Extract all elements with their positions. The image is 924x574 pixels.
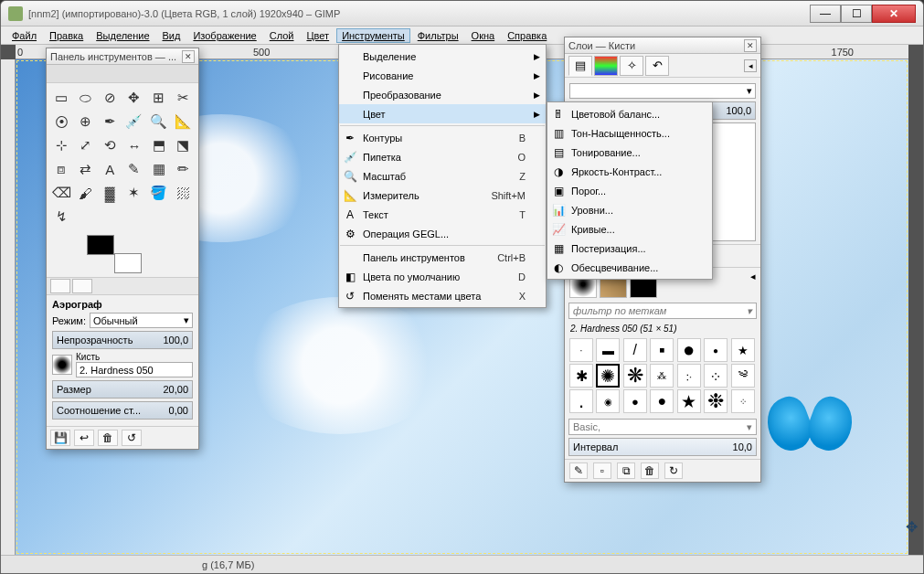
- ratio-slider[interactable]: Соотношение ст... 0,00: [52, 401, 193, 420]
- menu-item[interactable]: 🎚Цветовой баланс...: [547, 104, 712, 123]
- minimize-button[interactable]: [810, 5, 841, 23]
- menu-item[interactable]: ▤Тонирование...: [547, 143, 712, 162]
- menu-item[interactable]: ↺Поменять местами цветаX: [339, 286, 546, 305]
- brush-item[interactable]: ܀: [704, 364, 728, 388]
- menu-item[interactable]: ◐Обесцвечивание...: [547, 258, 712, 277]
- tool-button[interactable]: ↯: [50, 206, 72, 228]
- menu-изображение[interactable]: Изображение: [187, 28, 261, 43]
- brush-filter-input[interactable]: фильтр по меткам▾: [568, 303, 757, 319]
- channels-tab[interactable]: [594, 56, 618, 76]
- new-brush-icon[interactable]: ▫: [593, 462, 611, 479]
- layers-tab[interactable]: ▤: [568, 56, 592, 76]
- menu-вид[interactable]: Вид: [157, 28, 186, 43]
- menu-правка[interactable]: Правка: [44, 28, 89, 43]
- menu-item[interactable]: 💉ПипеткаO: [339, 147, 546, 166]
- save-preset-icon[interactable]: 💾: [50, 430, 70, 446]
- tool-button[interactable]: ⬔: [172, 134, 194, 156]
- menu-item[interactable]: ▥Тон-Насыщенность...: [547, 123, 712, 143]
- brush-item[interactable]: ⁘: [731, 389, 755, 413]
- brush-preview-icon[interactable]: [52, 355, 72, 375]
- brush-item[interactable]: ▪: [650, 338, 674, 362]
- brush-item[interactable]: ●: [704, 338, 728, 362]
- tool-button[interactable]: 🖌: [75, 182, 97, 204]
- undo-history-tab[interactable]: ↶: [645, 56, 669, 76]
- menu-item[interactable]: ⚙Операция GEGL...: [339, 224, 546, 243]
- size-slider[interactable]: Размер 20,00: [52, 380, 193, 399]
- brush-item[interactable]: /: [623, 338, 647, 362]
- brush-item[interactable]: ✺: [596, 364, 620, 388]
- menu-item[interactable]: Панель инструментовCtrl+B: [339, 248, 546, 267]
- tool-button[interactable]: ✏: [172, 158, 194, 180]
- brush-item[interactable]: .: [569, 389, 593, 413]
- tool-button[interactable]: ⬒: [148, 134, 170, 156]
- panel-close-icon[interactable]: ✕: [182, 50, 195, 63]
- menu-item[interactable]: 📐ИзмерительShift+M: [339, 186, 546, 205]
- brush-interval-slider[interactable]: Интервал 10,0: [568, 438, 757, 456]
- brush-select[interactable]: 2. Hardness 050: [76, 362, 193, 377]
- menu-справка[interactable]: Справка: [502, 28, 552, 43]
- menu-цвет[interactable]: Цвет: [301, 28, 335, 43]
- tab-menu-icon[interactable]: ◂: [744, 59, 757, 72]
- paths-tab[interactable]: ✧: [620, 56, 643, 76]
- menu-item[interactable]: AТекстT: [339, 205, 546, 224]
- delete-brush-icon[interactable]: 🗑: [641, 462, 659, 479]
- brush-item[interactable]: ⁂: [650, 364, 674, 388]
- brush-item[interactable]: ✱: [569, 364, 593, 388]
- close-button[interactable]: [872, 5, 916, 23]
- menu-слой[interactable]: Слой: [264, 28, 300, 43]
- navigation-icon[interactable]: ✥: [903, 518, 919, 535]
- brush-item[interactable]: ★: [677, 389, 701, 413]
- tool-button[interactable]: ▦: [148, 158, 170, 180]
- reset-preset-icon[interactable]: ↺: [122, 430, 142, 446]
- menu-окна[interactable]: Окна: [466, 28, 501, 43]
- tool-button[interactable]: ⊘: [99, 87, 121, 109]
- tool-button[interactable]: ⛆: [172, 182, 194, 204]
- menu-item[interactable]: ✒КонтурыB: [339, 128, 546, 147]
- panel-close-icon[interactable]: ✕: [744, 39, 757, 52]
- brush-item[interactable]: ●: [623, 389, 647, 413]
- tool-button[interactable]: ⊞: [148, 87, 170, 109]
- ruler-vertical[interactable]: [1, 59, 16, 555]
- tool-button[interactable]: ▓: [99, 182, 121, 204]
- tool-button[interactable]: ✂: [172, 87, 194, 109]
- tool-button[interactable]: 🔍: [148, 111, 170, 133]
- duplicate-brush-icon[interactable]: ⧉: [617, 462, 635, 479]
- menu-инструменты[interactable]: Инструменты: [336, 28, 410, 43]
- tool-button[interactable]: ✶: [123, 182, 145, 204]
- menu-item[interactable]: Рисование▶: [339, 66, 546, 85]
- brush-item[interactable]: ჻: [677, 364, 701, 388]
- brush-item[interactable]: ❋: [623, 364, 647, 388]
- dock-titlebar[interactable]: Слои — Кисти ✕: [565, 37, 760, 54]
- background-color[interactable]: [114, 253, 142, 273]
- restore-preset-icon[interactable]: ↩: [74, 430, 94, 446]
- menu-item[interactable]: 🔍МасштабZ: [339, 166, 546, 186]
- tool-button[interactable]: ⬭: [75, 87, 97, 109]
- edit-brush-icon[interactable]: ✎: [569, 462, 588, 479]
- brush-item[interactable]: ●: [650, 389, 674, 413]
- layer-mode-select[interactable]: ▾: [569, 83, 756, 99]
- tool-button[interactable]: ✒: [99, 111, 121, 133]
- foreground-color[interactable]: [87, 235, 114, 255]
- menu-item[interactable]: Цвет▶: [339, 104, 546, 123]
- refresh-brush-icon[interactable]: ↻: [664, 462, 683, 479]
- maximize-button[interactable]: [841, 5, 872, 23]
- tool-button[interactable]: ✎: [123, 158, 145, 180]
- tool-button[interactable]: 🪣: [148, 182, 170, 204]
- menu-выделение[interactable]: Выделение: [90, 28, 154, 43]
- tool-button[interactable]: 💉: [123, 111, 145, 133]
- fg-bg-color[interactable]: [87, 235, 142, 273]
- tool-button[interactable]: ⤢: [75, 134, 97, 156]
- menu-item[interactable]: Преобразование▶: [339, 85, 546, 104]
- tool-button[interactable]: ⌫: [50, 182, 72, 204]
- brush-item[interactable]: ·: [569, 338, 593, 362]
- brush-item[interactable]: ❉: [704, 389, 728, 413]
- opacity-slider[interactable]: Непрозрачность 100,0: [52, 331, 193, 349]
- menu-item[interactable]: ◑Яркость-Контраст...: [547, 162, 712, 181]
- menu-item[interactable]: Выделение▶: [339, 47, 546, 66]
- tool-button[interactable]: ⧈: [50, 158, 72, 180]
- mode-select[interactable]: Обычный▾: [90, 313, 193, 328]
- tool-button[interactable]: ⊕: [75, 111, 97, 133]
- toolbox-titlebar[interactable]: Панель инструментов — ... ✕: [47, 48, 198, 65]
- menu-фильтры[interactable]: Фильтры: [412, 28, 464, 43]
- tool-options-tabs[interactable]: [47, 277, 198, 295]
